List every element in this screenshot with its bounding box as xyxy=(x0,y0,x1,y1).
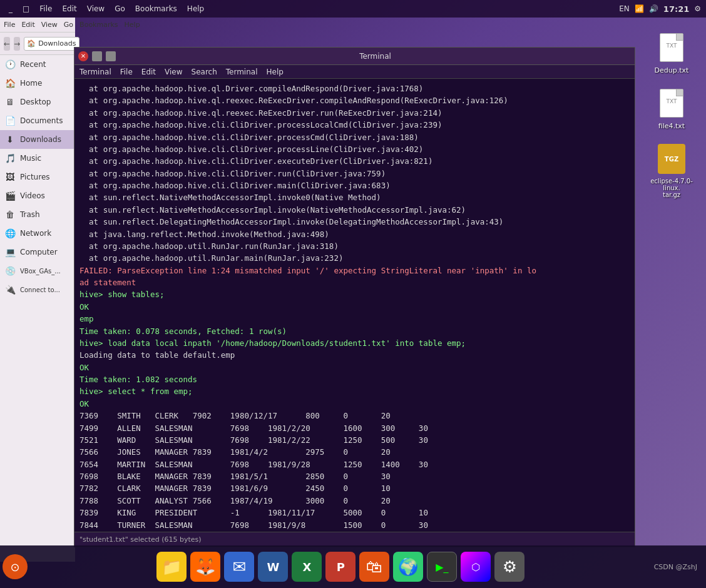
taskbar-label: CSDN @ZshJ xyxy=(654,563,697,571)
firefox-app-icon: 🦊 xyxy=(195,557,215,576)
mail-app-icon: ✉ xyxy=(232,557,246,576)
videos-icon: 🎬 xyxy=(5,191,15,201)
settings-icon[interactable]: ⚙ xyxy=(694,4,701,13)
menu-go[interactable]: Go xyxy=(111,3,129,14)
files-app-icon: 📁 xyxy=(161,557,182,576)
fm-menu-edit[interactable]: Edit xyxy=(21,21,34,29)
sidebar-item-downloads[interactable]: ⬇ Downloads xyxy=(0,130,75,149)
term-statusbar: "student1.txt" selected (615 bytes) xyxy=(74,532,635,547)
taskbar-app-mixer[interactable]: ⬡ xyxy=(461,552,491,582)
term-titlebar: ✕ Terminal xyxy=(74,48,635,65)
downloads-icon: ⬇ xyxy=(5,134,15,144)
term-menubar: Terminal File Edit View Search Terminal … xyxy=(74,65,635,79)
terminal-window: ✕ Terminal Terminal File Edit View Searc… xyxy=(74,47,635,547)
menu-edit[interactable]: Edit xyxy=(58,3,80,14)
taskbar-app-software[interactable]: 🛍 xyxy=(359,552,389,582)
taskbar-app-ppt[interactable]: P xyxy=(325,552,356,582)
excel-app-icon: X xyxy=(302,560,311,574)
network-sidebar-icon: 🌐 xyxy=(5,228,15,238)
dedup-file-label: Dedup.txt xyxy=(655,66,689,74)
taskbar-app-files[interactable]: 📁 xyxy=(156,552,187,582)
desktop-file-file4[interactable]: TXT file4.txt xyxy=(643,87,700,130)
term-menu-file[interactable]: File xyxy=(120,68,133,76)
menu-help[interactable]: Help xyxy=(183,3,208,14)
keyboard-layout[interactable]: EN xyxy=(619,4,630,13)
top-bar-right: EN 📶 🔊 17:21 ⚙ xyxy=(619,4,701,14)
sidebar-item-trash[interactable]: 🗑 Trash xyxy=(0,205,75,224)
vbox-icon: 💿 xyxy=(5,266,15,276)
dedup-file-icon: TXT xyxy=(657,31,687,64)
desktop: _ □ File Edit View Go Bookmarks Help EN … xyxy=(0,0,706,588)
eclipse-file-label: eclipse-4.7.0-linux.tar.gz xyxy=(647,178,697,198)
term-menu-search[interactable]: Search xyxy=(192,68,217,76)
term-menu-help[interactable]: Help xyxy=(267,68,284,76)
sidebar-item-music[interactable]: 🎵 Music xyxy=(0,149,75,168)
term-maximize-button[interactable] xyxy=(106,51,116,61)
sidebar-label-music: Music xyxy=(20,154,41,163)
term-content-area[interactable]: at org.apache.hadoop.hive.ql.Driver.comp… xyxy=(74,79,635,532)
fm-sidebar: 🕐 Recent 🏠 Home 🖥 Desktop 📄 Documents ⬇ … xyxy=(0,55,75,562)
term-status-text: "student1.txt" selected (615 bytes) xyxy=(79,535,202,544)
sidebar-item-desktop[interactable]: 🖥 Desktop xyxy=(0,93,75,111)
sidebar-item-documents[interactable]: 📄 Documents xyxy=(0,111,75,130)
desktop-files-area: TXT Dedup.txt TXT file4.txt TGZ eclipse-… xyxy=(643,31,700,198)
fm-menu-view[interactable]: View xyxy=(41,21,58,29)
term-ok-1: OK emp Time taken: 0.078 seconds, Fetche… xyxy=(79,302,287,336)
menu-view[interactable]: View xyxy=(83,3,108,14)
ubuntu-logo-button[interactable]: ⊙ xyxy=(3,554,28,579)
wm-minimize[interactable]: _ xyxy=(5,3,16,14)
home-icon: 🏠 xyxy=(5,78,15,88)
fm-menu-file[interactable]: File xyxy=(4,21,15,29)
top-bar-left: _ □ File Edit View Go Bookmarks Help xyxy=(5,3,208,14)
sidebar-item-connect[interactable]: 🔌 Connect to... xyxy=(0,280,75,299)
menu-file[interactable]: File xyxy=(36,3,56,14)
documents-icon: 📄 xyxy=(5,116,15,126)
term-menu-terminal2[interactable]: Terminal xyxy=(226,68,258,76)
sidebar-label-videos: Videos xyxy=(20,191,45,200)
sidebar-label-network: Network xyxy=(20,229,51,238)
desktop-file-eclipse[interactable]: TGZ eclipse-4.7.0-linux.tar.gz xyxy=(643,143,700,198)
word-app-icon: W xyxy=(267,560,279,574)
taskbar-app-excel[interactable]: X xyxy=(292,552,322,582)
sidebar-item-vbox[interactable]: 💿 VBox_GAs_... xyxy=(0,261,75,280)
fm-menu-bookmarks[interactable]: Bookmarks xyxy=(79,21,118,29)
file4-paper-icon: TXT xyxy=(660,89,683,118)
music-icon: 🎵 xyxy=(5,153,15,163)
taskbar-app-mail[interactable]: ✉ xyxy=(224,552,254,582)
fm-toolbar: ← → 🏠 Downloads xyxy=(0,33,75,55)
taskbar-app-word[interactable]: W xyxy=(258,552,288,582)
taskbar-app-firefox[interactable]: 🦊 xyxy=(190,552,220,582)
sidebar-item-network[interactable]: 🌐 Network xyxy=(0,224,75,243)
desktop-file-dedup[interactable]: TXT Dedup.txt xyxy=(643,31,700,74)
sidebar-item-pictures[interactable]: 🖼 Pictures xyxy=(0,168,75,186)
fm-back-button[interactable]: ← xyxy=(4,37,10,51)
term-ok-2: OK Time taken: 1.082 seconds xyxy=(79,363,197,384)
term-menu-terminal[interactable]: Terminal xyxy=(79,68,111,76)
fm-menu-help[interactable]: Help xyxy=(125,21,140,29)
sidebar-item-recent[interactable]: 🕐 Recent xyxy=(0,55,75,74)
dedup-paper-icon: TXT xyxy=(660,33,683,62)
sidebar-item-home[interactable]: 🏠 Home xyxy=(0,74,75,93)
fm-location-bar[interactable]: 🏠 Downloads xyxy=(24,37,79,51)
term-menu-edit[interactable]: Edit xyxy=(141,68,156,76)
taskbar-app-browser[interactable]: 🌍 xyxy=(393,552,423,582)
fm-menu-go[interactable]: Go xyxy=(64,21,73,29)
term-close-button[interactable]: ✕ xyxy=(78,51,88,61)
term-minimize-button[interactable] xyxy=(92,51,102,61)
ubuntu-icon: ⊙ xyxy=(10,560,19,574)
sidebar-item-computer[interactable]: 💻 Computer xyxy=(0,243,75,261)
software-app-icon: 🛍 xyxy=(366,557,382,576)
sidebar-item-videos[interactable]: 🎬 Videos xyxy=(0,186,75,205)
taskbar-app-settings[interactable]: ⚙ xyxy=(494,552,524,582)
term-menu-view[interactable]: View xyxy=(165,68,182,76)
taskbar-app-terminal[interactable]: ▶_ xyxy=(427,552,457,582)
volume-icon[interactable]: 🔊 xyxy=(649,4,658,13)
menu-bookmarks[interactable]: Bookmarks xyxy=(131,3,181,14)
term-title: Terminal xyxy=(120,52,631,61)
wm-maximize[interactable]: □ xyxy=(19,3,33,14)
sidebar-label-recent: Recent xyxy=(20,60,46,69)
sidebar-label-downloads: Downloads xyxy=(20,135,61,144)
sidebar-label-connect: Connect to... xyxy=(20,286,60,293)
pictures-icon: 🖼 xyxy=(5,172,15,182)
fm-forward-button[interactable]: → xyxy=(14,37,20,51)
